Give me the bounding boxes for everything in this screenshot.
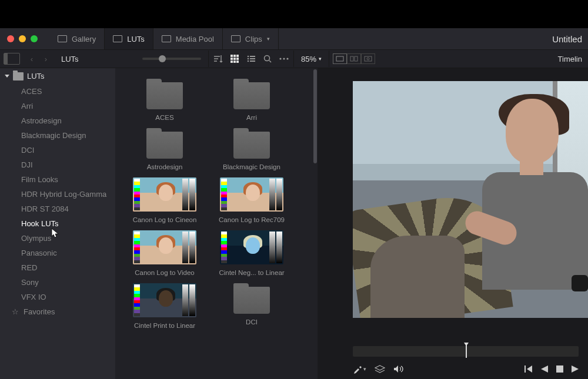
tab-label: Media Pool xyxy=(176,35,214,43)
sidebar-item-red[interactable]: RED xyxy=(0,260,115,275)
tab-icon xyxy=(162,35,171,42)
folder-icon xyxy=(146,82,183,109)
more-options-button[interactable] xyxy=(276,51,292,67)
folder-icon xyxy=(233,132,270,159)
lut-scrollbar[interactable] xyxy=(313,68,318,379)
sidebar-root-folder[interactable]: LUTs xyxy=(0,68,115,84)
audio-mute-button[interactable] xyxy=(393,365,404,373)
lut-preset-canon-log-to-video[interactable]: Canon Log to Video xyxy=(133,230,196,276)
panel-toggle-button[interactable] xyxy=(4,53,20,65)
nav-forward-button[interactable]: › xyxy=(40,53,52,65)
sidebar-item-aces[interactable]: ACES xyxy=(0,84,115,99)
lut-label: Astrodesign xyxy=(130,163,199,170)
svg-rect-0 xyxy=(230,55,233,57)
sidebar-item-blackmagic-design[interactable]: Blackmagic Design xyxy=(0,128,115,143)
svg-rect-14 xyxy=(250,61,255,62)
play-button[interactable] xyxy=(572,365,579,373)
sidebar-item-film-looks[interactable]: Film Looks xyxy=(0,172,115,187)
lut-folder-dci[interactable]: DCI xyxy=(220,283,283,329)
maximize-window-button[interactable] xyxy=(31,35,38,42)
lut-thumbnail xyxy=(133,283,196,317)
lut-folder-blackmagic-design[interactable]: Blackmagic Design xyxy=(220,128,283,170)
lut-folder-arri[interactable]: Arri xyxy=(220,79,283,121)
chevron-down-icon: ▾ xyxy=(319,56,322,62)
play-reverse-button[interactable] xyxy=(541,365,548,373)
minimize-window-button[interactable] xyxy=(19,35,26,42)
lut-folder-aces[interactable]: ACES xyxy=(133,79,196,121)
lut-thumbnail xyxy=(133,230,196,264)
lut-preset-cintel-neg-to-linear[interactable]: Cintel Neg... to Linear xyxy=(220,230,283,276)
stop-button[interactable] xyxy=(556,365,563,373)
viewer-controls: ▾ xyxy=(318,359,588,379)
tab-label: LUTs xyxy=(127,35,145,43)
sidebar-item-arri[interactable]: Arri xyxy=(0,99,115,113)
zoom-value: 85% xyxy=(301,55,316,63)
viewer-mode-single[interactable] xyxy=(333,53,347,64)
sidebar-item-hdr-hybrid-log-gamma[interactable]: HDR Hybrid Log-Gamma xyxy=(0,187,115,202)
sidebar-item-hook-luts[interactable]: Hook LUTs xyxy=(0,216,115,231)
list-view-button[interactable] xyxy=(243,51,259,67)
lut-label: Canon Log to Video xyxy=(130,269,199,276)
project-title: Untitled xyxy=(552,34,582,44)
window-controls xyxy=(7,35,38,42)
folder-icon xyxy=(13,72,24,81)
svg-rect-20 xyxy=(350,56,353,61)
sidebar-item-astrodesign[interactable]: Astrodesign xyxy=(0,113,115,128)
sidebar-item-sony[interactable]: Sony xyxy=(0,275,115,290)
lut-label: ACES xyxy=(130,114,199,121)
viewer-panel: ▾ xyxy=(318,68,588,379)
breadcrumb: LUTs xyxy=(54,55,136,63)
lut-folder-astrodesign[interactable]: Astrodesign xyxy=(133,128,196,170)
search-button[interactable] xyxy=(259,51,276,67)
viewer-mode-enhanced[interactable] xyxy=(361,53,375,64)
svg-rect-10 xyxy=(250,56,255,57)
grid-view-button[interactable] xyxy=(226,51,243,67)
nav-back-button[interactable]: ‹ xyxy=(26,53,38,65)
sort-button[interactable] xyxy=(210,51,226,67)
svg-rect-1 xyxy=(233,55,236,57)
lut-preset-canon-log-to-rec709[interactable]: Canon Log to Rec709 xyxy=(220,177,283,223)
go-to-start-button[interactable] xyxy=(524,365,533,373)
tab-media-pool[interactable]: Media Pool xyxy=(153,28,223,49)
zoom-dropdown[interactable]: 85% ▾ xyxy=(295,55,328,63)
thumbnail-size-slider[interactable] xyxy=(142,58,201,60)
svg-rect-2 xyxy=(236,55,239,57)
svg-point-17 xyxy=(283,58,285,59)
sidebar-item-dci[interactable]: DCI xyxy=(0,143,115,157)
caret-down-icon xyxy=(5,75,9,78)
lut-label: Canon Log to Rec709 xyxy=(217,216,286,223)
svg-rect-3 xyxy=(230,58,233,60)
sidebar-item-hdr-st-2084[interactable]: HDR ST 2084 xyxy=(0,202,115,216)
playhead[interactable] xyxy=(466,345,467,358)
lut-thumbnail xyxy=(133,177,196,212)
lut-browser-panel: ACESArriAstrodesignBlackmagic DesignCano… xyxy=(115,68,318,379)
sidebar-item-panasonic[interactable]: Panasonic xyxy=(0,246,115,260)
lut-label: Cintel Neg... to Linear xyxy=(217,269,286,276)
jog-bar[interactable] xyxy=(353,346,579,357)
color-picker-tool[interactable]: ▾ xyxy=(353,364,366,374)
sidebar-item-dji[interactable]: DJI xyxy=(0,157,115,172)
sidebar-item-vfx-io[interactable]: VFX IO xyxy=(0,290,115,304)
layers-button[interactable] xyxy=(375,365,385,373)
chevron-down-icon: ▾ xyxy=(267,36,270,42)
favorites-label: Favorites xyxy=(24,307,55,316)
folder-icon xyxy=(146,132,183,159)
tab-icon xyxy=(231,35,240,42)
tab-label: Clips xyxy=(245,35,262,43)
sidebar-item-olympus[interactable]: Olympus xyxy=(0,231,115,246)
tab-gallery[interactable]: Gallery xyxy=(49,28,105,49)
star-icon: ☆ xyxy=(12,307,19,316)
tab-clips[interactable]: Clips▾ xyxy=(223,28,279,49)
viewer-mode-dual[interactable] xyxy=(347,53,361,64)
close-window-button[interactable] xyxy=(7,35,14,42)
lut-label: Canon Log to Cineon xyxy=(130,216,199,223)
svg-rect-7 xyxy=(233,61,236,63)
lut-thumbnail xyxy=(220,177,283,212)
lut-preset-canon-log-to-cineon[interactable]: Canon Log to Cineon xyxy=(133,177,196,223)
tab-luts[interactable]: LUTs xyxy=(105,28,153,49)
sidebar-favorites[interactable]: ☆ Favorites xyxy=(0,304,115,319)
sidebar-root-label: LUTs xyxy=(27,72,45,81)
viewer-image[interactable] xyxy=(318,68,588,346)
svg-point-16 xyxy=(279,58,281,59)
lut-preset-cintel-print-to-linear[interactable]: Cintel Print to Linear xyxy=(133,283,196,329)
